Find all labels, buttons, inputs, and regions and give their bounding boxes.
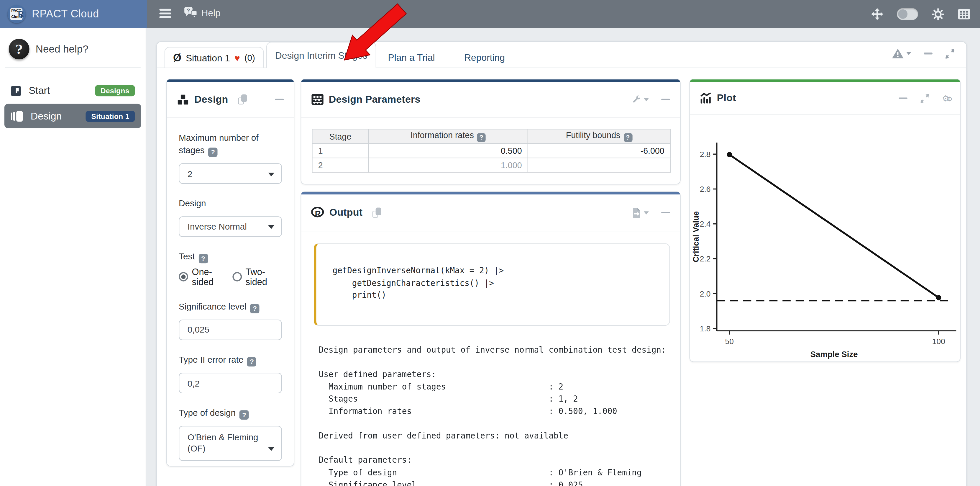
top-bar: PACT Cloud R RPACT Cloud ? Help [0,0,980,28]
sun-settings-icon[interactable] [932,8,944,20]
sidebar-item-start[interactable]: Start Designs [5,80,141,102]
expand-button[interactable] [920,94,929,103]
output-panel: R Output [301,191,681,486]
help-icon[interactable]: ? [624,133,632,142]
designs-badge: Designs [95,85,135,96]
warnings-dropdown[interactable] [892,48,911,59]
svg-text:50: 50 [725,337,734,346]
svg-text:2.2: 2.2 [700,254,711,263]
help-icon[interactable]: ? [250,304,259,313]
need-help-link[interactable]: ? Need help? [9,39,89,59]
type2-error-input[interactable] [179,373,282,394]
tab-situation[interactable]: Ø Situation 1 ♥ (0) [164,47,264,68]
design-select[interactable]: Inverse Normal [179,216,282,237]
question-mark-icon: ? [9,39,30,59]
need-help-label: Need help? [36,43,89,55]
value-cell[interactable]: 0.500 [368,143,528,158]
sidebar-toggle-icon[interactable] [159,9,171,19]
minus-icon [899,97,908,99]
value-cell[interactable] [528,158,670,172]
file-export-icon [632,207,641,218]
two-sided-radio[interactable] [232,272,242,282]
fullscreen-icon[interactable] [871,8,883,20]
help-chat-icon: ? [184,6,197,19]
design-panel: Design Maximum number of stages? 2 Desig… [166,79,294,467]
expand-icon [945,48,955,59]
chevron-down-icon [268,447,274,451]
svg-text:Sample Size: Sample Size [810,350,858,359]
situation-badge: Situation 1 [86,110,135,121]
panel-accent [690,80,960,82]
chart-icon [700,92,712,104]
svg-text:Critical Value: Critical Value [691,211,700,262]
chevron-down-icon [268,173,274,177]
sidebar: ? Need help? Start Designs Design Situat… [0,28,146,486]
favorite-count: (0) [245,53,255,62]
panel-title: Design [194,94,228,105]
design-parameters-panel: Design Parameters [301,79,681,185]
design-parameters-table: StageInformation rates?Futility bounds? … [312,129,671,173]
brand-area[interactable]: PACT Cloud R RPACT Cloud [0,0,147,28]
max-stages-label: Maximum number of stages? [179,131,272,157]
help-icon[interactable]: ? [477,133,486,142]
one-sided-radio[interactable] [179,272,188,282]
critical-value-chart: 1.82.02.22.42.62.850100Sample SizeCritic… [690,115,960,363]
help-icon[interactable]: ? [199,254,208,263]
theme-toggle[interactable] [897,8,918,20]
test-label: Test? [179,250,282,263]
column-header: Information rates? [368,129,528,144]
type-of-design-select[interactable]: O'Brien & Fleming (OF) [179,426,282,461]
design-icon [11,110,23,121]
minus-icon [661,99,670,100]
sidebar-item-design[interactable]: Design Situation 1 [5,104,141,128]
r-code-block: getDesignInverseNormal(kMax = 2) |> getD… [314,243,670,326]
expand-button[interactable] [945,48,955,59]
tab-design-interim-stages[interactable]: Design Interim Stages [266,42,376,68]
heart-icon[interactable]: ♥ [234,52,240,63]
copy-icon[interactable] [372,208,381,218]
collapse-button[interactable] [924,53,932,54]
value-cell[interactable]: -6.000 [528,143,670,158]
type-of-design-label: Type of design? [179,406,282,420]
help-icon[interactable]: ? [239,411,249,420]
stage-cell: 1 [312,143,369,158]
table-row: 21.000 [312,158,670,172]
max-stages-select[interactable]: 2 [179,164,282,184]
collapse-button[interactable] [661,212,670,214]
copy-icon[interactable] [238,94,247,104]
minus-icon [661,212,670,214]
tools-dropdown[interactable] [631,94,649,104]
minus-icon [275,99,284,100]
minus-icon [924,53,932,54]
r-logo-icon: R [311,207,325,218]
panel-accent [167,80,294,82]
sidebar-divider [5,67,141,68]
app-root: PACT Cloud R RPACT Cloud ? Help [0,0,980,486]
plot-panel: Plot ⚙⚙ 1.82.02.22.42.62.850100Sample Si… [689,79,961,362]
export-dropdown[interactable] [632,207,649,218]
table-row: 10.500-6.000 [312,143,670,158]
value-cell[interactable]: 1.000 [368,158,528,172]
collapse-button[interactable] [899,97,908,99]
help-menu[interactable]: ? Help [184,6,221,19]
warning-icon [892,48,904,59]
help-icon[interactable]: ? [247,357,256,366]
collapse-button[interactable] [661,99,670,100]
test-radio-group: One-sided Two-sided [179,267,282,287]
gears-icon: ⚙⚙ [942,94,950,103]
chevron-down-icon [268,225,274,229]
rpact-logo-icon: PACT Cloud R [7,5,25,23]
panel-title: Plot [717,92,736,104]
type2-error-label: Type II error rate? [179,353,282,366]
help-icon[interactable]: ? [208,148,218,157]
tab-reporting[interactable]: Reporting [454,47,515,68]
tab-plan-a-trial[interactable]: Plan a Trial [378,47,445,68]
plot-settings-button[interactable]: ⚙⚙ [942,94,950,103]
collapse-button[interactable] [275,99,284,100]
significance-input[interactable] [179,320,282,340]
start-icon [11,85,21,96]
svg-text:2.0: 2.0 [700,290,711,298]
panel-title: Design Parameters [329,94,420,105]
grid-apps-icon[interactable] [958,9,970,19]
expand-icon [920,94,929,103]
